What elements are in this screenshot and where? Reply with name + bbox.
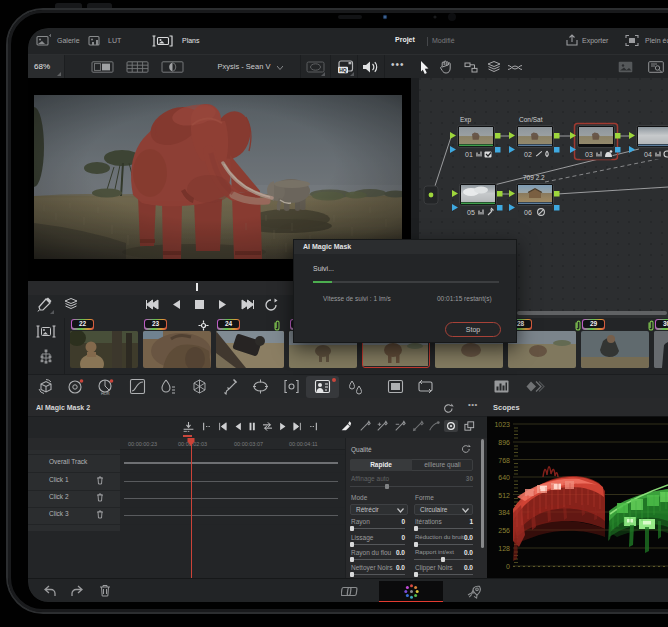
svg-text:512: 512 [498, 492, 510, 499]
svg-text:0: 0 [506, 563, 510, 570]
svg-text:768: 768 [498, 457, 510, 464]
svg-text:HQ: HQ [339, 67, 347, 73]
svg-text:1023: 1023 [494, 421, 510, 428]
svg-text:640: 640 [498, 474, 510, 481]
svg-text:896: 896 [498, 439, 510, 446]
svg-text:128: 128 [498, 545, 510, 552]
svg-text:256: 256 [498, 527, 510, 534]
svg-text:384: 384 [498, 509, 510, 516]
svg-text:HDR: HDR [101, 391, 110, 396]
